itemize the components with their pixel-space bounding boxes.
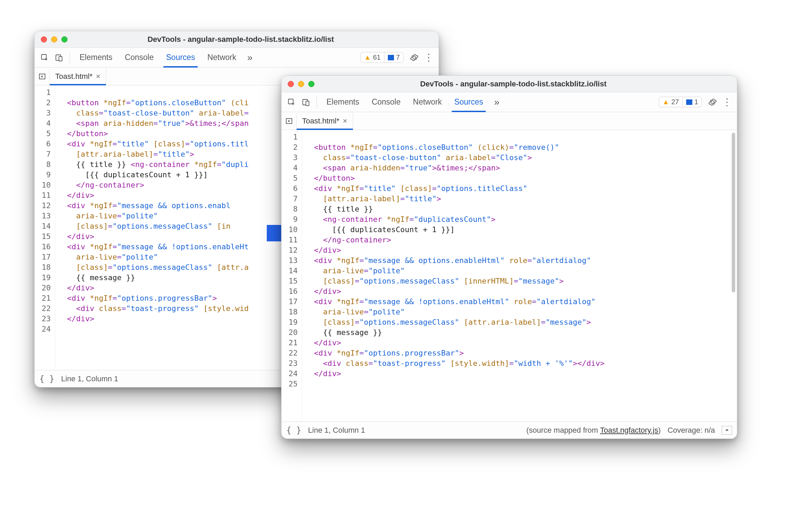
cursor-position: Line 1, Column 1 [308, 426, 365, 435]
device-toolbar-icon[interactable] [299, 95, 313, 109]
divider [317, 96, 317, 108]
line-gutter: 123456789101112131415161718192021222324 [35, 85, 55, 370]
device-toolbar-icon[interactable] [52, 50, 66, 65]
tab-elements[interactable]: Elements [73, 48, 119, 67]
code-editor[interactable]: 1234567891011121314151617181920212223242… [282, 130, 737, 421]
show-navigator-icon[interactable] [35, 69, 50, 84]
inspect-element-icon[interactable] [284, 95, 299, 109]
window-title: DevTools - angular-sample-todo-list.stac… [74, 35, 439, 44]
toggle-drawer-icon[interactable] [722, 426, 732, 435]
kebab-menu-icon[interactable]: ⋮ [720, 95, 734, 109]
pretty-print-icon[interactable]: { } [286, 426, 301, 435]
svg-rect-6 [306, 101, 309, 106]
tab-sources[interactable]: Sources [160, 48, 201, 67]
tab-console[interactable]: Console [119, 48, 160, 67]
zoom-icon[interactable] [308, 81, 314, 87]
issues-badge[interactable]: 7 [384, 52, 404, 63]
file-tab-label: Toast.html* [55, 72, 93, 81]
panel-tabstrip: Elements Console Network Sources » ▲27 1… [282, 92, 737, 112]
more-tabs-icon[interactable]: » [242, 53, 258, 62]
traffic-lights [282, 81, 321, 87]
close-icon[interactable] [41, 36, 47, 43]
coverage-text: Coverage: n/a [668, 426, 715, 435]
close-tab-icon[interactable]: × [96, 72, 100, 81]
svg-rect-2 [59, 57, 62, 61]
kebab-menu-icon[interactable]: ⋮ [421, 50, 436, 65]
tab-network[interactable]: Network [201, 48, 242, 67]
show-navigator-icon[interactable] [282, 113, 297, 129]
cursor-position: Line 1, Column 1 [61, 374, 118, 383]
titlebar: DevTools - angular-sample-todo-list.stac… [282, 76, 737, 92]
file-tab-toast[interactable]: Toast.html* × [297, 112, 353, 130]
close-tab-icon[interactable]: × [343, 117, 347, 125]
scrollbar-thumb[interactable] [732, 133, 735, 292]
warnings-badge[interactable]: ▲27 [659, 97, 682, 107]
file-tab-toast[interactable]: Toast.html* × [50, 68, 106, 85]
pretty-print-icon[interactable]: { } [39, 374, 54, 384]
tab-console[interactable]: Console [366, 92, 407, 112]
source-map-link[interactable]: Toast.ngfactory.js [600, 426, 658, 434]
issues-badge[interactable]: 1 [682, 97, 702, 107]
tab-network[interactable]: Network [407, 92, 448, 112]
zoom-icon[interactable] [61, 36, 68, 43]
more-tabs-icon[interactable]: » [489, 97, 504, 107]
tab-sources[interactable]: Sources [448, 92, 489, 112]
minimize-icon[interactable] [51, 36, 57, 43]
settings-gear-icon[interactable] [407, 50, 421, 65]
source-mapped-text: (source mapped from Toast.ngfactory.js) [526, 426, 661, 435]
line-gutter: 1234567891011121314151617181920212223242… [282, 130, 302, 421]
panel-tabstrip: Elements Console Sources Network » ▲61 7… [35, 48, 439, 68]
warnings-badge[interactable]: ▲61 [360, 52, 384, 63]
divider [70, 52, 70, 63]
settings-gear-icon[interactable] [705, 95, 720, 109]
titlebar: DevTools - angular-sample-todo-list.stac… [35, 31, 439, 48]
close-icon[interactable] [288, 81, 294, 87]
window-title: DevTools - angular-sample-todo-list.stac… [321, 80, 737, 88]
inspect-element-icon[interactable] [37, 50, 52, 65]
minimize-icon[interactable] [298, 81, 304, 87]
devtools-window-right: DevTools - angular-sample-todo-list.stac… [281, 75, 737, 439]
statusbar: { } Line 1, Column 1 (source mapped from… [282, 421, 737, 439]
tab-elements[interactable]: Elements [320, 92, 366, 112]
traffic-lights [35, 36, 74, 43]
file-tab-label: Toast.html* [302, 117, 339, 125]
file-tabstrip: Toast.html* × [282, 112, 737, 130]
code-area[interactable]: <button *ngIf="options.closeButton" (cli… [302, 130, 737, 421]
scrollbar[interactable] [731, 132, 736, 408]
